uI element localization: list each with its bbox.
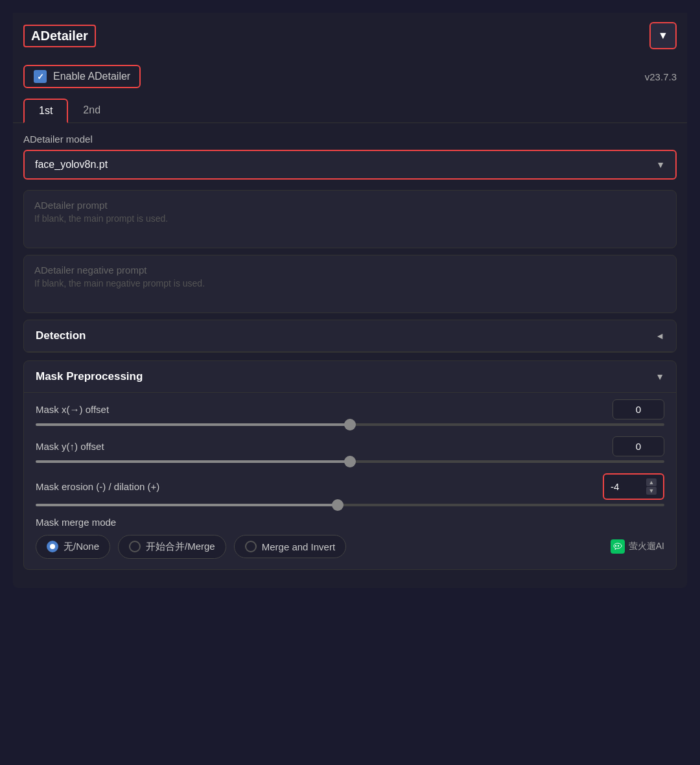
tab-2nd[interactable]: 2nd <box>68 99 115 123</box>
negative-prompt-sub-placeholder: If blank, the main negative prompt is us… <box>34 278 666 288</box>
model-selected-value: face_yolov8n.pt <box>35 159 108 171</box>
merge-options: 无/None 开始合并/Merge Merge and Invert <box>36 535 346 559</box>
model-dropdown[interactable]: face_yolov8n.pt ▼ <box>23 150 677 180</box>
mask-x-input[interactable]: 0 <box>612 399 664 419</box>
tab-1st[interactable]: 1st <box>23 99 68 123</box>
negative-prompt-placeholder: ADetailer negative prompt <box>34 265 666 276</box>
merge-invert-label: Merge and Invert <box>262 541 335 552</box>
prompt-sub-placeholder: If blank, the main prompt is used. <box>34 213 666 224</box>
negative-prompt-area[interactable]: ADetailer negative prompt If blank, the … <box>23 255 677 313</box>
merge-merge-label: 开始合并/Merge <box>146 541 215 553</box>
mask-y-input[interactable]: 0 <box>612 436 664 456</box>
mask-y-label-row: Mask y(↑) offset 0 <box>36 436 664 456</box>
version-text: v23.7.3 <box>645 71 677 82</box>
merge-option-merge[interactable]: 开始合并/Merge <box>118 535 226 559</box>
mask-content: Mask x(→) offset 0 Mask y(↑) offset 0 <box>24 392 676 569</box>
enable-adetailer-checkbox[interactable]: ✓ Enable ADetailer <box>23 65 141 88</box>
spinner-up-button[interactable]: ▲ <box>646 478 657 486</box>
enable-label: Enable ADetailer <box>53 71 130 82</box>
mask-erosion-label: Mask erosion (-) / dilation (+) <box>36 481 159 492</box>
mask-preprocessing-title: Mask Preprocessing <box>36 370 143 383</box>
mask-merge-label: Mask merge mode <box>36 517 664 528</box>
radio-invert-icon <box>245 541 257 552</box>
collapse-icon: ▼ <box>658 30 668 41</box>
svg-point-0 <box>615 545 616 547</box>
mask-y-slider-track <box>36 460 664 463</box>
mask-preprocessing-section: Mask Preprocessing ▼ Mask x(→) offset 0 <box>23 360 677 570</box>
mask-arrow-icon: ▼ <box>655 371 664 382</box>
mask-header[interactable]: Mask Preprocessing ▼ <box>24 361 676 392</box>
collapse-button[interactable]: ▼ <box>649 22 677 49</box>
wechat-icon <box>611 539 625 554</box>
detection-arrow-icon: ◄ <box>655 331 664 341</box>
detection-header[interactable]: Detection ◄ <box>24 320 676 352</box>
mask-y-label: Mask y(↑) offset <box>36 441 104 452</box>
dropdown-chevron-icon: ▼ <box>656 159 665 170</box>
spinner-buttons: ▲ ▼ <box>646 478 657 495</box>
adetailer-panel: ADetailer ▼ ✓ Enable ADetailer v23.7.3 1… <box>13 13 687 588</box>
spinner-down-button[interactable]: ▼ <box>646 487 657 495</box>
mask-x-label: Mask x(→) offset <box>36 404 109 415</box>
radio-merge-icon <box>129 541 141 552</box>
mask-x-slider-track <box>36 423 664 426</box>
radio-none-icon <box>47 541 58 552</box>
merge-none-label: 无/None <box>64 541 99 553</box>
mask-x-offset-row: Mask x(→) offset 0 <box>36 399 664 426</box>
prompt-area[interactable]: ADetailer prompt If blank, the main prom… <box>23 190 677 248</box>
mask-erosion-label-row: Mask erosion (-) / dilation (+) -4 ▲ ▼ <box>36 473 664 500</box>
merge-option-none[interactable]: 无/None <box>36 535 110 559</box>
mask-merge-row: 无/None 开始合并/Merge Merge and Invert <box>36 534 664 559</box>
mask-erosion-value: -4 <box>611 481 619 492</box>
mask-erosion-row: Mask erosion (-) / dilation (+) -4 ▲ ▼ <box>36 473 664 506</box>
checkbox-icon: ✓ <box>34 70 47 83</box>
enable-row: ✓ Enable ADetailer v23.7.3 <box>13 58 687 99</box>
tabs-row: 1st 2nd <box>13 99 687 123</box>
detection-title: Detection <box>36 329 86 342</box>
mask-y-offset-row: Mask y(↑) offset 0 <box>36 436 664 463</box>
prompt-placeholder: ADetailer prompt <box>34 200 666 211</box>
mask-erosion-slider-track <box>36 504 664 506</box>
watermark-text: 萤火遛AI <box>629 541 664 552</box>
tab-content: ADetailer model face_yolov8n.pt ▼ ADetai… <box>13 134 687 588</box>
watermark: 萤火遛AI <box>611 534 664 559</box>
merge-option-invert[interactable]: Merge and Invert <box>234 535 346 558</box>
mask-erosion-input[interactable]: -4 ▲ ▼ <box>603 473 664 500</box>
mask-x-label-row: Mask x(→) offset 0 <box>36 399 664 419</box>
panel-header: ADetailer ▼ <box>13 13 687 58</box>
svg-point-1 <box>618 545 619 547</box>
detection-section: Detection ◄ <box>23 320 677 353</box>
model-section-label: ADetailer model <box>23 134 677 145</box>
panel-title: ADetailer <box>23 25 96 47</box>
